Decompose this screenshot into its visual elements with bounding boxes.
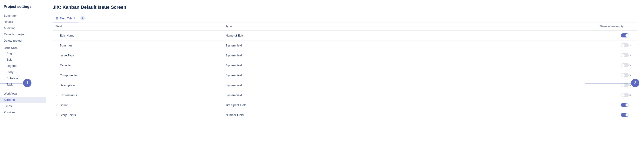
drag-handle[interactable]: ⠿ bbox=[56, 63, 58, 67]
tab-add-button[interactable]: + bbox=[80, 16, 85, 20]
type-cell-description: System field bbox=[223, 80, 386, 90]
sidebar-item-fields[interactable]: Fields bbox=[0, 103, 46, 109]
field-cell-epic-name: ⠿ Epic Name bbox=[53, 30, 223, 40]
sidebar-item-story[interactable]: Story bbox=[0, 69, 46, 75]
toggle-cell-epic-name: ✕ bbox=[386, 30, 638, 40]
scroll-indicator-2: 2 bbox=[631, 79, 639, 87]
sidebar-item-workflows[interactable]: Workflows bbox=[0, 90, 46, 97]
sidebar-item-audit-log[interactable]: Audit log bbox=[0, 25, 46, 31]
tab-edit-icon[interactable]: ✎ bbox=[73, 17, 76, 20]
toggle-x-icon: ✕ bbox=[629, 84, 631, 86]
field-cell-sprint: ⠿ Sprint bbox=[53, 100, 223, 110]
scrollbar-line-1 bbox=[0, 83, 27, 84]
table-row: ⠿ Epic Name Name of Epic ✕ bbox=[53, 30, 638, 40]
table-row: ⠿ Summary System field ✕ bbox=[53, 40, 638, 50]
toggle-x-icon: ✕ bbox=[629, 114, 631, 116]
type-cell-sprint: Jira Sprint Field bbox=[223, 100, 386, 110]
table-row: ⠿ Issue Type System field ✕ bbox=[53, 50, 638, 60]
toggle-cell-reporter: ✕ bbox=[386, 60, 638, 70]
field-name: Sprint bbox=[60, 103, 68, 107]
table-row: ⠿ Story Points Number Field ✕ bbox=[53, 110, 638, 120]
toggle-cell-description: ✕ bbox=[386, 80, 638, 90]
sidebar-item-epic[interactable]: Epic bbox=[0, 56, 46, 63]
sidebar-item-subtask[interactable]: Sub-task bbox=[0, 75, 46, 82]
field-name: Story Points bbox=[60, 113, 76, 117]
drag-handle[interactable]: ⠿ bbox=[56, 73, 58, 77]
field-name: Issue Type bbox=[60, 54, 74, 57]
drag-handle[interactable]: ⠿ bbox=[56, 93, 58, 97]
type-cell-epic-name: Name of Epic bbox=[223, 30, 386, 40]
sidebar-item-details[interactable]: Details bbox=[0, 19, 46, 25]
tab-grid-icon: ⊞ bbox=[56, 16, 58, 20]
toggle-summary[interactable]: ✕ bbox=[621, 43, 631, 48]
toggle-story-points[interactable]: ✕ bbox=[621, 112, 631, 118]
type-cell-issue-type: System field bbox=[223, 50, 386, 60]
toggle-epic-name[interactable]: ✕ bbox=[621, 33, 631, 38]
toggle-sprint[interactable]: ✕ bbox=[621, 102, 631, 108]
toggle-cell-issue-type: ✕ bbox=[386, 50, 638, 60]
sidebar-item-legend[interactable]: Legend bbox=[0, 63, 46, 69]
scrollbar-line-2 bbox=[585, 83, 631, 84]
sidebar-item-summary[interactable]: Summary bbox=[0, 12, 46, 19]
table-row: ⠿ Fix Version/s System field ✕ bbox=[53, 90, 638, 100]
field-cell-story-points: ⠿ Story Points bbox=[53, 110, 223, 120]
field-cell-components: ⠿ Component/s bbox=[53, 70, 223, 80]
toggle-components[interactable]: ✕ bbox=[621, 72, 631, 78]
drag-handle[interactable]: ⠿ bbox=[56, 34, 58, 37]
col-type-header: Type bbox=[223, 22, 386, 30]
type-cell-summary: System field bbox=[223, 40, 386, 50]
type-cell-components: System field bbox=[223, 70, 386, 80]
drag-handle[interactable]: ⠿ bbox=[56, 83, 58, 87]
field-name: Component/s bbox=[60, 74, 78, 77]
toggle-x-icon: ✕ bbox=[629, 94, 631, 96]
field-cell-issue-type: ⠿ Issue Type bbox=[53, 50, 223, 60]
toggle-cell-components: ✕ bbox=[386, 70, 638, 80]
field-name: Summary bbox=[60, 44, 73, 47]
toggle-issue-type[interactable]: ✕ bbox=[621, 53, 631, 58]
type-cell-reporter: System field bbox=[223, 60, 386, 70]
tab-field-tab[interactable]: ⊞ Field Tab ✎ bbox=[53, 14, 78, 22]
field-name: Fix Version/s bbox=[60, 94, 77, 97]
toggle-cell-summary: ✕ bbox=[386, 40, 638, 50]
page-title: JIX: Kanban Default Issue Screen bbox=[53, 4, 638, 10]
sidebar-item-bug[interactable]: Bug bbox=[0, 50, 46, 56]
toggle-x-icon: ✕ bbox=[629, 34, 631, 37]
col-field-header: Field bbox=[53, 22, 223, 30]
field-cell-summary: ⠿ Summary bbox=[53, 40, 223, 50]
toggle-x-icon: ✕ bbox=[629, 44, 631, 47]
toggle-cell-sprint: ✕ bbox=[386, 100, 638, 110]
sidebar-item-priorities[interactable]: Priorities bbox=[0, 109, 46, 115]
table-row: ⠿ Sprint Jira Sprint Field ✕ bbox=[53, 100, 638, 110]
field-cell-fix-version: ⠿ Fix Version/s bbox=[53, 90, 223, 100]
sidebar-item-delete[interactable]: Delete project bbox=[0, 38, 46, 44]
toggle-x-icon: ✕ bbox=[629, 74, 631, 76]
toggle-cell-story-points: ✕ bbox=[386, 110, 638, 120]
sidebar-item-screens[interactable]: Screens bbox=[0, 97, 46, 103]
table-row: ⠿ Component/s System field ✕ bbox=[53, 70, 638, 80]
drag-handle[interactable]: ⠿ bbox=[56, 44, 58, 47]
toggle-x-icon: ✕ bbox=[629, 54, 631, 57]
fields-table: Field Type Show when empty ⠿ Epic Name N… bbox=[53, 22, 638, 120]
col-show-when-empty-header: Show when empty bbox=[386, 22, 638, 30]
table-row: ⠿ Reporter System field ✕ bbox=[53, 60, 638, 70]
drag-handle[interactable]: ⠿ bbox=[56, 54, 58, 57]
field-cell-description: ⠿ Description bbox=[53, 80, 223, 90]
sidebar-item-reindex[interactable]: Re-index project bbox=[0, 31, 46, 38]
drag-handle[interactable]: ⠿ bbox=[56, 113, 58, 117]
toggle-fix-version[interactable]: ✕ bbox=[621, 92, 631, 98]
issue-types-section-label: Issue types bbox=[0, 44, 46, 50]
field-name: Reporter bbox=[60, 64, 72, 67]
type-cell-story-points: Number Field bbox=[223, 110, 386, 120]
tab-label: Field Tab bbox=[60, 17, 72, 20]
main-content: JIX: Kanban Default Issue Screen ⊞ Field… bbox=[46, 0, 644, 166]
field-name: Epic Name bbox=[60, 34, 74, 37]
toggle-reporter[interactable]: ✕ bbox=[621, 63, 631, 68]
toggle-x-icon: ✕ bbox=[629, 64, 631, 66]
table-row: ⠿ Description System field ✕ bbox=[53, 80, 638, 90]
drag-handle[interactable]: ⠿ bbox=[56, 103, 58, 107]
field-name: Description bbox=[60, 84, 75, 87]
toggle-cell-fix-version: ✕ bbox=[386, 90, 638, 100]
type-cell-fix-version: System field bbox=[223, 90, 386, 100]
field-cell-reporter: ⠿ Reporter bbox=[53, 60, 223, 70]
sidebar-title: Project settings bbox=[0, 4, 46, 12]
